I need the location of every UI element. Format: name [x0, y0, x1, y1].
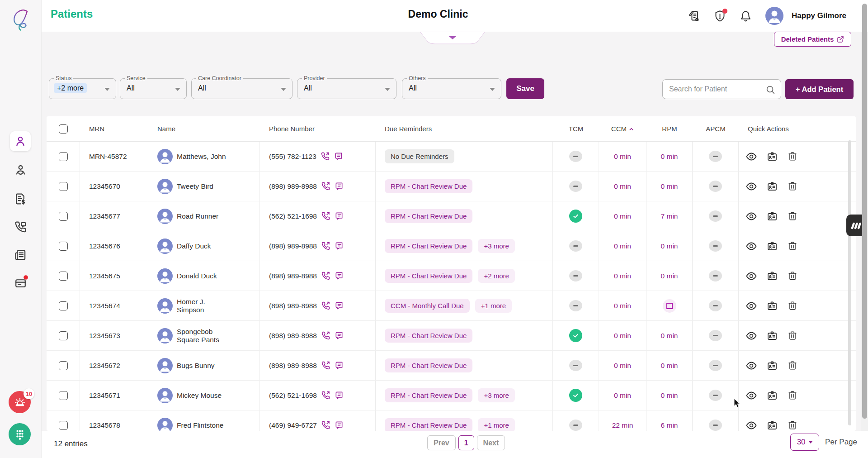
- message-icon[interactable]: [335, 271, 344, 280]
- user-avatar[interactable]: [765, 7, 783, 25]
- row-checkbox[interactable]: [59, 272, 68, 281]
- sidebar-item-tasks[interactable]: [14, 276, 27, 290]
- patient-card-icon[interactable]: [767, 271, 778, 281]
- view-patient-icon[interactable]: [746, 211, 757, 222]
- deleted-patients-button[interactable]: Deleted Patients: [774, 32, 851, 47]
- call-icon[interactable]: [321, 391, 330, 400]
- row-checkbox[interactable]: [59, 331, 68, 340]
- more-reminders-chip[interactable]: +1 more: [478, 418, 514, 431]
- patient-search[interactable]: [662, 79, 781, 99]
- reminder-chip[interactable]: RPM - Chart Review Due: [385, 239, 472, 253]
- message-icon[interactable]: [335, 181, 344, 191]
- col-name[interactable]: Name: [148, 125, 260, 133]
- col-due-reminders[interactable]: Due Reminders: [376, 125, 553, 133]
- patient-card-icon[interactable]: [767, 241, 778, 252]
- view-patient-icon[interactable]: [746, 301, 757, 311]
- reminder-chip[interactable]: RPM - Chart Review Due: [385, 269, 472, 283]
- row-checkbox[interactable]: [59, 421, 68, 430]
- message-icon[interactable]: [335, 420, 344, 429]
- reminder-chip[interactable]: RPM - Chart Review Due: [385, 209, 472, 223]
- message-icon[interactable]: [335, 301, 344, 310]
- care-coordinator-filter[interactable]: Care Coordinator All: [191, 78, 292, 99]
- row-checkbox[interactable]: [59, 212, 68, 221]
- name-cell[interactable]: Spongebob Square Pants: [148, 321, 260, 350]
- message-icon[interactable]: [335, 241, 344, 250]
- patient-card-icon[interactable]: [767, 301, 778, 311]
- per-page-select[interactable]: 30: [790, 434, 819, 451]
- view-patient-icon[interactable]: [746, 390, 757, 401]
- delete-patient-icon[interactable]: [788, 181, 797, 191]
- service-filter[interactable]: Service All: [120, 78, 187, 99]
- delete-patient-icon[interactable]: [788, 360, 797, 371]
- col-tcm[interactable]: TCM: [553, 125, 599, 133]
- col-apcm[interactable]: APCM: [693, 125, 739, 133]
- message-icon[interactable]: [335, 331, 344, 340]
- more-reminders-chip[interactable]: +1 more: [475, 299, 512, 313]
- reminder-chip[interactable]: RPM - Chart Review Due: [385, 358, 472, 372]
- notifications-bell-icon[interactable]: [740, 10, 752, 22]
- reminder-chip[interactable]: No Due Reminders: [385, 149, 454, 163]
- patient-card-icon[interactable]: [767, 360, 778, 371]
- support-alarm-button[interactable]: 10: [9, 391, 31, 413]
- view-patient-icon[interactable]: [746, 271, 757, 281]
- delete-patient-icon[interactable]: [788, 390, 797, 401]
- view-patient-icon[interactable]: [746, 181, 757, 192]
- name-cell[interactable]: Matthews, John: [148, 142, 260, 171]
- view-patient-icon[interactable]: [746, 330, 757, 341]
- call-icon[interactable]: [321, 420, 330, 430]
- rpm-recording-icon[interactable]: [663, 299, 676, 313]
- call-icon[interactable]: [321, 181, 330, 191]
- row-checkbox[interactable]: [59, 152, 68, 161]
- table-scrollbar[interactable]: [848, 140, 851, 425]
- dialpad-button[interactable]: [9, 423, 31, 445]
- message-icon[interactable]: [335, 361, 344, 370]
- name-cell[interactable]: Road Runner: [148, 201, 260, 231]
- more-reminders-chip[interactable]: +2 more: [478, 269, 514, 283]
- name-cell[interactable]: Homer J. Simpson: [148, 291, 260, 320]
- reminder-chip[interactable]: RPM - Chart Review Due: [385, 179, 472, 193]
- call-icon[interactable]: [321, 211, 330, 221]
- row-checkbox[interactable]: [59, 301, 68, 310]
- row-checkbox[interactable]: [59, 242, 68, 251]
- provider-filter[interactable]: Provider All: [297, 78, 396, 99]
- app-logo[interactable]: [9, 7, 33, 32]
- view-patient-icon[interactable]: [746, 360, 757, 371]
- reminder-chip[interactable]: RPM - Chart Review Due: [385, 418, 472, 431]
- sidebar-item-reports[interactable]: [14, 248, 27, 262]
- sidebar-item-care-team[interactable]: [14, 163, 27, 177]
- call-icon[interactable]: [321, 331, 330, 340]
- reminder-chip[interactable]: CCM - Monthly Call Due: [385, 299, 470, 313]
- patient-card-icon[interactable]: [767, 211, 778, 222]
- select-all-checkbox[interactable]: [59, 124, 68, 134]
- delete-patient-icon[interactable]: [788, 301, 797, 311]
- add-patient-button[interactable]: + Add Patient: [785, 79, 854, 99]
- reminder-chip[interactable]: RPM - Chart Review Due: [385, 388, 472, 402]
- view-patient-icon[interactable]: [746, 241, 757, 252]
- call-icon[interactable]: [321, 241, 330, 251]
- call-icon[interactable]: [321, 271, 330, 281]
- message-icon[interactable]: [335, 211, 344, 220]
- name-cell[interactable]: Mickey Mouse: [148, 381, 260, 410]
- call-icon[interactable]: [321, 361, 330, 370]
- status-filter[interactable]: Status +2 more: [49, 78, 116, 99]
- alerts-shield-icon[interactable]: [714, 10, 726, 22]
- col-rpm[interactable]: RPM: [646, 125, 693, 133]
- more-reminders-chip[interactable]: +3 more: [478, 239, 514, 253]
- prev-page-button[interactable]: Prev: [427, 435, 456, 450]
- sidebar-item-calls[interactable]: [14, 220, 27, 234]
- sidebar-item-billing[interactable]: [14, 192, 27, 205]
- prescription-note-icon[interactable]: [688, 10, 700, 22]
- patient-card-icon[interactable]: [767, 181, 778, 192]
- delete-patient-icon[interactable]: [788, 151, 797, 162]
- view-patient-icon[interactable]: [746, 420, 757, 431]
- row-checkbox[interactable]: [59, 182, 68, 191]
- page-scrollbar-thumb[interactable]: [862, 4, 867, 419]
- user-name[interactable]: Happy Gilmore: [792, 11, 846, 20]
- next-page-button[interactable]: Next: [477, 435, 505, 450]
- save-button[interactable]: Save: [506, 78, 544, 99]
- name-cell[interactable]: Fred Flintstone: [148, 410, 260, 431]
- message-icon[interactable]: [334, 152, 343, 161]
- sidebar-item-patients[interactable]: [10, 131, 31, 151]
- col-ccm[interactable]: CCM: [599, 125, 646, 133]
- delete-patient-icon[interactable]: [788, 211, 797, 221]
